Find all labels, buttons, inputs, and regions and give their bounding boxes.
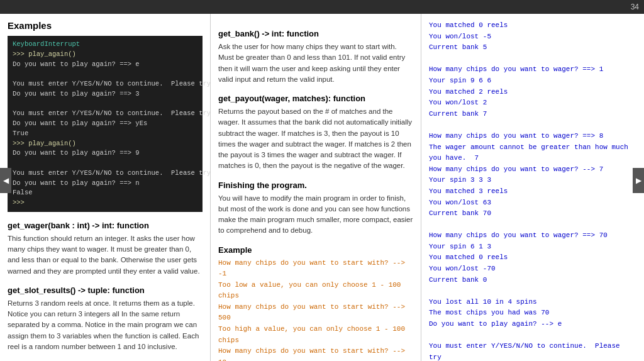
get-bank-desc: Ask the user for how many chips they wan… <box>218 42 413 85</box>
right-panel: You matched 0 reels You won/lost -5 Curr… <box>421 14 644 361</box>
code-prompt-3: >>> <box>13 199 25 206</box>
top-bar: 34 <box>0 0 644 14</box>
tab-number: 34 <box>631 3 639 11</box>
nav-right-button[interactable]: ▶ <box>633 168 644 193</box>
nav-left-button[interactable]: ◀ <box>0 168 11 193</box>
get-bank-title: get_bank() -> int: function <box>218 29 413 38</box>
middle-panel: get_bank() -> int: function Ask the user… <box>211 14 421 361</box>
get-payout-desc: Returns the payout based on the # of mat… <box>218 106 413 172</box>
output-block: You matched 0 reels You won/lost -5 Curr… <box>429 20 636 361</box>
finishing-title: Finishing the program. <box>218 181 413 190</box>
examples-code-block: KeyboardInterrupt >>> play_again() Do yo… <box>8 36 203 212</box>
code-line-5: Do you want to play again? ==> 9 <box>13 149 140 157</box>
code-line-keyboard: KeyboardInterrupt <box>13 40 80 48</box>
code-line-4: You must enter Y/YES/N/NO to continue. P… <box>13 109 211 137</box>
get-payout-title: get_payout(wager, matches): function <box>218 94 413 103</box>
left-panel: Examples KeyboardInterrupt >>> play_agai… <box>0 14 211 361</box>
code-prompt-2: >>> play_again() <box>13 140 76 147</box>
get-slot-results-title: get_slot_results() -> tuple: function <box>8 286 203 295</box>
get-wager-desc: This function should return an integer. … <box>8 233 203 277</box>
code-line-6: You must enter Y/YES/N/NO to continue. P… <box>13 169 211 197</box>
example-label: Example <box>218 245 413 255</box>
code-line-2: Do you want to play again? ==> e <box>13 60 140 68</box>
code-line-3: You must enter Y/YES/N/NO to continue. P… <box>13 80 211 97</box>
get-wager-title: get_wager(bank : int) -> int: function <box>8 221 203 230</box>
examples-title: Examples <box>8 20 203 31</box>
finishing-desc: You will have to modify the main program… <box>218 193 413 236</box>
main-content: Examples KeyboardInterrupt >>> play_agai… <box>0 14 644 361</box>
get-slot-results-desc: Returns 3 random reels at once. It retur… <box>8 298 203 352</box>
code-prompt-1: >>> play_again() <box>13 50 76 58</box>
example-code-block: How many chips do you want to start with… <box>218 258 413 362</box>
